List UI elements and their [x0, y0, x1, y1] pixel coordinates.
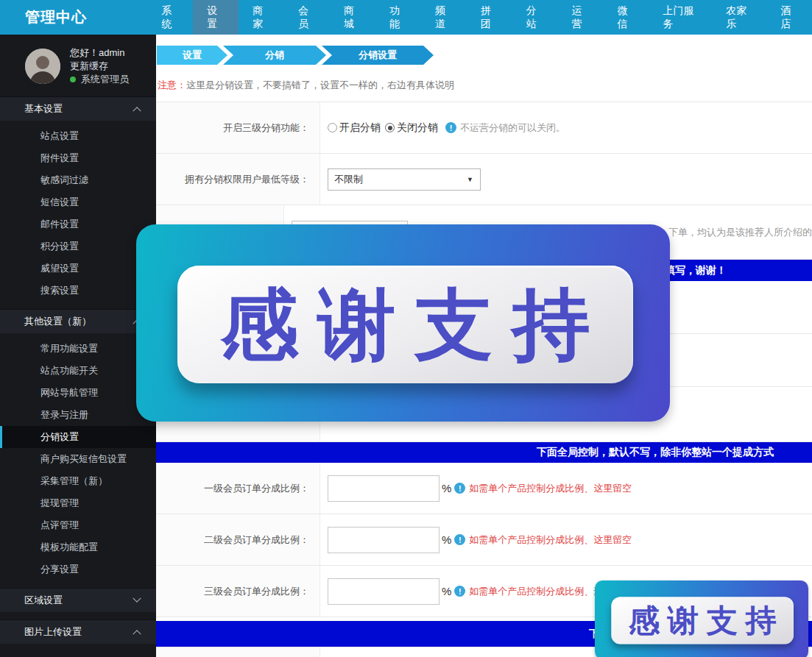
nav-item-mall[interactable]: 商城 [330, 0, 375, 35]
sidebar-item-sensitive-words[interactable]: 敏感词过滤 [0, 169, 156, 191]
field-label: 拥有分销权限用户最低等级： [156, 154, 320, 205]
radio-enable-label[interactable]: 开启分销 [339, 121, 381, 135]
field-label: 三级会员订单分成比例： [156, 566, 320, 617]
user-role: 系统管理员 [81, 73, 129, 86]
sidebar-item-common-functions[interactable]: 常用功能设置 [0, 338, 156, 360]
thanks-watermark-large: 感谢支持 [136, 224, 670, 422]
info-icon: ! [454, 483, 465, 494]
nav-item-operation[interactable]: 运营 [558, 0, 604, 35]
chevron-up-icon [133, 630, 141, 638]
sidebar-section-region-settings[interactable]: 区域设置 [0, 588, 156, 612]
notice-text: 这里是分销设置，不要搞错了，设置不一样的，右边有具体说明 [186, 79, 454, 90]
sidebar-section-image-upload[interactable]: 图片上传设置 [0, 619, 156, 644]
field-tip: 如需单个产品控制分成比例、这里留空 [469, 533, 632, 547]
nav-item-function[interactable]: 功能 [375, 0, 421, 35]
info-icon: ! [454, 534, 465, 545]
top-navigation: 系统 设置 商家 会员 商城 功能 频道 拼团 分站 运营 微信 上门服务 农家… [147, 0, 812, 35]
sidebar-item-distribution-settings[interactable]: 分销设置 [0, 426, 156, 448]
radio-enable-distribution[interactable] [328, 123, 337, 132]
user-greeting: 您好！admin [70, 46, 129, 60]
page-notice: 注意：这里是分销设置，不要搞错了，设置不一样的，右边有具体说明 [158, 79, 812, 92]
level1-ratio-input[interactable] [328, 475, 439, 502]
sidebar-section-basic-settings[interactable]: 基本设置 [0, 96, 156, 121]
sidebar-item-sms-settings[interactable]: 短信设置 [0, 191, 156, 213]
nav-item-merchant[interactable]: 商家 [239, 0, 284, 35]
breadcrumb-step-distribution-settings[interactable]: 分销设置 [322, 46, 434, 65]
percent-label: % [442, 482, 451, 494]
nav-item-system[interactable]: 系统 [147, 0, 193, 35]
sidebar-item-collection-management[interactable]: 采集管理（新） [0, 470, 156, 492]
nav-item-wechat[interactable]: 微信 [604, 0, 649, 35]
level3-ratio-input[interactable] [328, 578, 439, 605]
sidebar-item-review-management[interactable]: 点评管理 [0, 514, 156, 536]
nav-item-doorservice[interactable]: 上门服务 [649, 0, 712, 35]
watermark-text: 感谢支持 [621, 605, 784, 636]
sidebar-item-search-settings[interactable]: 搜索设置 [0, 280, 156, 302]
nav-item-hotel[interactable]: 酒店 [766, 0, 812, 35]
breadcrumb: 设置 分销 分销设置 [157, 46, 812, 65]
sidebar-item-prestige-settings[interactable]: 威望设置 [0, 258, 156, 280]
min-level-select[interactable]: 不限制 ▼ [328, 168, 481, 191]
sidebar-item-withdrawal-management[interactable]: 提现管理 [0, 492, 156, 514]
sidebar-item-site-settings[interactable]: 站点设置 [0, 125, 156, 147]
field-label: 二级会员订单分成比例： [156, 514, 320, 565]
row-distribution-toggle: 开启三级分销功能： 开启分销 关闭分销 ! 不运营分销的可以关闭。 [156, 102, 812, 154]
watermark-inner-panel: 感谢支持 [611, 597, 794, 644]
field-tip: 不运营分销的可以关闭。 [460, 121, 565, 135]
online-status-dot [70, 77, 76, 82]
chevron-down-icon [133, 594, 141, 603]
radio-disable-label[interactable]: 关闭分销 [397, 121, 438, 135]
sidebar-item-mail-settings[interactable]: 邮件设置 [0, 213, 156, 235]
percent-label: % [442, 533, 451, 546]
sidebar-section-other-settings[interactable]: 其他设置（新） [0, 309, 156, 333]
user-box: 您好！admin 更新缓存 系统管理员 [0, 35, 156, 96]
select-arrow-icon: ▼ [467, 176, 473, 183]
field-label: 开启三级分销功能： [156, 102, 320, 153]
info-icon: ! [454, 586, 465, 597]
avatar[interactable] [25, 49, 60, 84]
sidebar-item-template-config[interactable]: 模板功能配置 [0, 536, 156, 558]
sidebar-item-points-settings[interactable]: 积分设置 [0, 235, 156, 258]
field-label: 一级会员订单分成比例： [156, 463, 320, 514]
sidebar-item-site-switches[interactable]: 站点功能开关 [0, 360, 156, 382]
row-level2-ratio: 二级会员订单分成比例： % ! 如需单个产品控制分成比例、这里留空 [156, 514, 812, 566]
field-tip: 如需单个产品控制分成比例、这里留空 [469, 482, 632, 495]
chevron-up-icon [133, 107, 141, 115]
sidebar-item-nav-management[interactable]: 网站导航管理 [0, 382, 156, 404]
sidebar-item-attachment-settings[interactable]: 附件设置 [0, 147, 156, 169]
sidebar: 您好！admin 更新缓存 系统管理员 基本设置 站点设置 附件设置 敏感词过滤… [0, 35, 156, 657]
watermark-text: 感谢支持 [202, 285, 610, 363]
nav-item-groupbuy[interactable]: 拼团 [467, 0, 512, 35]
breadcrumb-step-distribution[interactable]: 分销 [223, 46, 326, 65]
nav-item-channel[interactable]: 频道 [421, 0, 467, 35]
info-icon: ! [445, 122, 456, 133]
banner-global-control: 下面全局控制，默认不写，除非你整站一个提成方式 [156, 442, 812, 463]
app-title: 管理中心 [0, 0, 147, 35]
notice-prefix: 注意： [158, 79, 186, 90]
radio-disable-distribution[interactable] [385, 123, 395, 132]
nav-item-member[interactable]: 会员 [284, 0, 330, 35]
percent-label: % [442, 585, 451, 597]
watermark-inner-panel: 感谢支持 [177, 266, 633, 383]
sidebar-item-login-register[interactable]: 登录与注册 [0, 404, 156, 426]
sidebar-group-basic: 站点设置 附件设置 敏感词过滤 短信设置 邮件设置 积分设置 威望设置 搜索设置 [0, 121, 156, 309]
nav-item-farmstay[interactable]: 农家乐 [712, 0, 766, 35]
thanks-watermark-small: 感谢支持 [595, 580, 808, 657]
level2-ratio-input[interactable] [328, 527, 439, 553]
nav-item-settings[interactable]: 设置 [193, 0, 239, 35]
sidebar-item-share-settings[interactable]: 分享设置 [0, 558, 156, 580]
breadcrumb-step-settings[interactable]: 设置 [157, 46, 227, 65]
sidebar-group-other: 常用功能设置 站点功能开关 网站导航管理 登录与注册 分销设置 商户购买短信包设… [0, 333, 156, 588]
row-min-level: 拥有分销权限用户最低等级： 不限制 ▼ [156, 154, 812, 205]
topbar: 管理中心 系统 设置 商家 会员 商城 功能 频道 拼团 分站 运营 微信 上门… [0, 0, 812, 35]
select-value: 不限制 [334, 173, 363, 186]
row-level1-ratio: 一级会员订单分成比例： % ! 如需单个产品控制分成比例、这里留空 [156, 463, 812, 514]
nav-item-substation[interactable]: 分站 [512, 0, 558, 35]
update-cache-link[interactable]: 更新缓存 [70, 60, 129, 73]
sidebar-item-sms-package[interactable]: 商户购买短信包设置 [0, 448, 156, 470]
